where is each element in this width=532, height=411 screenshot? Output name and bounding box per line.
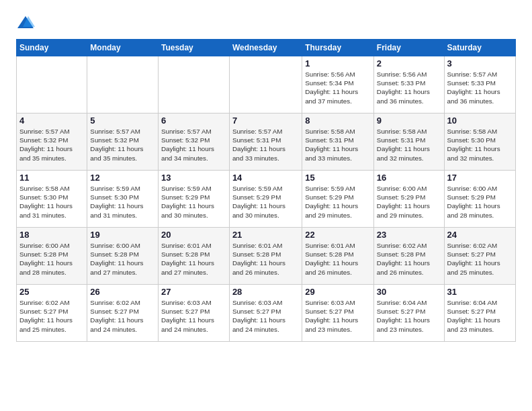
calendar-cell	[87, 56, 159, 113]
calendar-cell: 25Sunrise: 6:02 AMSunset: 5:27 PMDayligh…	[17, 285, 87, 342]
day-number: 2	[377, 58, 441, 68]
day-info: Sunrise: 6:01 AMSunset: 5:28 PMDaylight:…	[161, 241, 226, 277]
calendar-cell: 30Sunrise: 6:04 AMSunset: 5:27 PMDayligh…	[373, 285, 444, 342]
day-info: Sunrise: 5:58 AMSunset: 5:30 PMDaylight:…	[447, 127, 513, 163]
day-number: 28	[232, 287, 299, 297]
day-info: Sunrise: 6:00 AMSunset: 5:29 PMDaylight:…	[447, 184, 513, 220]
calendar-cell: 20Sunrise: 6:01 AMSunset: 5:28 PMDayligh…	[158, 228, 229, 285]
cell-content: 28Sunrise: 6:03 AMSunset: 5:27 PMDayligh…	[232, 287, 299, 334]
cell-content: 26Sunrise: 6:02 AMSunset: 5:27 PMDayligh…	[90, 287, 155, 334]
calendar-cell: 1Sunrise: 5:56 AMSunset: 5:34 PMDaylight…	[302, 56, 374, 113]
calendar-cell: 24Sunrise: 6:02 AMSunset: 5:27 PMDayligh…	[444, 228, 515, 285]
day-info: Sunrise: 6:02 AMSunset: 5:27 PMDaylight:…	[19, 298, 84, 334]
cell-content: 24Sunrise: 6:02 AMSunset: 5:27 PMDayligh…	[447, 230, 513, 277]
cell-content: 25Sunrise: 6:02 AMSunset: 5:27 PMDayligh…	[19, 287, 84, 334]
calendar-cell: 4Sunrise: 5:57 AMSunset: 5:32 PMDaylight…	[17, 113, 87, 171]
day-number: 31	[447, 287, 513, 297]
day-info: Sunrise: 5:56 AMSunset: 5:33 PMDaylight:…	[377, 70, 441, 105]
day-info: Sunrise: 6:02 AMSunset: 5:27 PMDaylight:…	[447, 241, 513, 277]
calendar-cell: 21Sunrise: 6:01 AMSunset: 5:28 PMDayligh…	[229, 228, 302, 285]
page: SundayMondayTuesdayWednesdayThursdayFrid…	[0, 0, 532, 411]
day-info: Sunrise: 6:03 AMSunset: 5:27 PMDaylight:…	[305, 298, 371, 334]
calendar-cell: 12Sunrise: 5:59 AMSunset: 5:30 PMDayligh…	[87, 171, 159, 228]
day-number: 4	[19, 116, 84, 126]
calendar-body: 1Sunrise: 5:56 AMSunset: 5:34 PMDaylight…	[17, 56, 516, 342]
calendar-header: SundayMondayTuesdayWednesdayThursdayFrid…	[17, 40, 516, 56]
day-info: Sunrise: 6:03 AMSunset: 5:27 PMDaylight:…	[232, 298, 299, 334]
calendar-cell: 28Sunrise: 6:03 AMSunset: 5:27 PMDayligh…	[229, 285, 302, 342]
day-number: 18	[19, 230, 84, 240]
day-number: 24	[447, 230, 513, 240]
day-number: 29	[305, 287, 371, 297]
day-number: 3	[447, 58, 513, 68]
week-row-4: 18Sunrise: 6:00 AMSunset: 5:28 PMDayligh…	[17, 228, 516, 285]
calendar-cell: 22Sunrise: 6:01 AMSunset: 5:28 PMDayligh…	[302, 228, 374, 285]
day-number: 23	[377, 230, 441, 240]
calendar-cell: 10Sunrise: 5:58 AMSunset: 5:30 PMDayligh…	[444, 113, 515, 171]
day-number: 15	[305, 173, 371, 183]
header-cell-thursday: Thursday	[302, 40, 374, 56]
calendar-cell: 6Sunrise: 5:57 AMSunset: 5:32 PMDaylight…	[158, 113, 229, 171]
calendar-cell: 13Sunrise: 5:59 AMSunset: 5:29 PMDayligh…	[158, 171, 229, 228]
cell-content: 9Sunrise: 5:58 AMSunset: 5:31 PMDaylight…	[377, 116, 441, 163]
cell-content: 17Sunrise: 6:00 AMSunset: 5:29 PMDayligh…	[447, 173, 513, 220]
day-number: 14	[232, 173, 299, 183]
day-info: Sunrise: 5:59 AMSunset: 5:29 PMDaylight:…	[305, 184, 371, 220]
header-cell-sunday: Sunday	[17, 40, 87, 56]
calendar-cell: 5Sunrise: 5:57 AMSunset: 5:32 PMDaylight…	[87, 113, 159, 171]
cell-content: 15Sunrise: 5:59 AMSunset: 5:29 PMDayligh…	[305, 173, 371, 220]
cell-content: 14Sunrise: 5:59 AMSunset: 5:29 PMDayligh…	[232, 173, 299, 220]
cell-content: 21Sunrise: 6:01 AMSunset: 5:28 PMDayligh…	[232, 230, 299, 277]
day-number: 10	[447, 116, 513, 126]
day-number: 26	[90, 287, 155, 297]
header-cell-wednesday: Wednesday	[229, 40, 302, 56]
day-info: Sunrise: 5:58 AMSunset: 5:31 PMDaylight:…	[377, 127, 441, 163]
day-number: 21	[232, 230, 299, 240]
calendar-cell: 17Sunrise: 6:00 AMSunset: 5:29 PMDayligh…	[444, 171, 515, 228]
cell-content: 10Sunrise: 5:58 AMSunset: 5:30 PMDayligh…	[447, 116, 513, 163]
calendar-cell: 16Sunrise: 6:00 AMSunset: 5:29 PMDayligh…	[373, 171, 444, 228]
calendar-cell: 29Sunrise: 6:03 AMSunset: 5:27 PMDayligh…	[302, 285, 374, 342]
cell-content: 18Sunrise: 6:00 AMSunset: 5:28 PMDayligh…	[19, 230, 84, 277]
cell-content: 19Sunrise: 6:00 AMSunset: 5:28 PMDayligh…	[90, 230, 155, 277]
day-info: Sunrise: 5:59 AMSunset: 5:30 PMDaylight:…	[90, 184, 155, 220]
calendar-cell: 7Sunrise: 5:57 AMSunset: 5:31 PMDaylight…	[229, 113, 302, 171]
day-number: 6	[161, 116, 226, 126]
cell-content: 7Sunrise: 5:57 AMSunset: 5:31 PMDaylight…	[232, 116, 299, 163]
day-number: 16	[377, 173, 441, 183]
cell-content: 11Sunrise: 5:58 AMSunset: 5:30 PMDayligh…	[19, 173, 84, 220]
calendar-cell: 3Sunrise: 5:57 AMSunset: 5:33 PMDaylight…	[444, 56, 515, 113]
cell-content: 2Sunrise: 5:56 AMSunset: 5:33 PMDaylight…	[377, 58, 441, 105]
calendar-cell: 31Sunrise: 6:04 AMSunset: 5:27 PMDayligh…	[444, 285, 515, 342]
day-number: 25	[19, 287, 84, 297]
day-info: Sunrise: 6:03 AMSunset: 5:27 PMDaylight:…	[161, 298, 226, 334]
cell-content: 3Sunrise: 5:57 AMSunset: 5:33 PMDaylight…	[447, 58, 513, 105]
day-number: 8	[305, 116, 371, 126]
cell-content: 22Sunrise: 6:01 AMSunset: 5:28 PMDayligh…	[305, 230, 371, 277]
day-number: 27	[161, 287, 226, 297]
day-info: Sunrise: 5:56 AMSunset: 5:34 PMDaylight:…	[305, 70, 371, 105]
cell-content: 30Sunrise: 6:04 AMSunset: 5:27 PMDayligh…	[377, 287, 441, 334]
calendar-cell	[158, 56, 229, 113]
calendar-cell: 23Sunrise: 6:02 AMSunset: 5:28 PMDayligh…	[373, 228, 444, 285]
day-info: Sunrise: 5:58 AMSunset: 5:30 PMDaylight:…	[19, 184, 84, 220]
day-info: Sunrise: 6:01 AMSunset: 5:28 PMDaylight:…	[305, 241, 371, 277]
day-info: Sunrise: 6:02 AMSunset: 5:28 PMDaylight:…	[377, 241, 441, 277]
cell-content: 1Sunrise: 5:56 AMSunset: 5:34 PMDaylight…	[305, 58, 371, 105]
logo	[16, 13, 38, 32]
cell-content: 20Sunrise: 6:01 AMSunset: 5:28 PMDayligh…	[161, 230, 226, 277]
day-number: 9	[377, 116, 441, 126]
cell-content: 23Sunrise: 6:02 AMSunset: 5:28 PMDayligh…	[377, 230, 441, 277]
day-info: Sunrise: 6:04 AMSunset: 5:27 PMDaylight:…	[377, 298, 441, 334]
calendar-cell: 9Sunrise: 5:58 AMSunset: 5:31 PMDaylight…	[373, 113, 444, 171]
day-number: 11	[19, 173, 84, 183]
header-cell-saturday: Saturday	[444, 40, 515, 56]
header-cell-monday: Monday	[87, 40, 159, 56]
day-number: 17	[447, 173, 513, 183]
day-number: 7	[232, 116, 299, 126]
header-cell-tuesday: Tuesday	[158, 40, 229, 56]
cell-content: 31Sunrise: 6:04 AMSunset: 5:27 PMDayligh…	[447, 287, 513, 334]
day-number: 5	[90, 116, 155, 126]
cell-content: 13Sunrise: 5:59 AMSunset: 5:29 PMDayligh…	[161, 173, 226, 220]
day-number: 20	[161, 230, 226, 240]
